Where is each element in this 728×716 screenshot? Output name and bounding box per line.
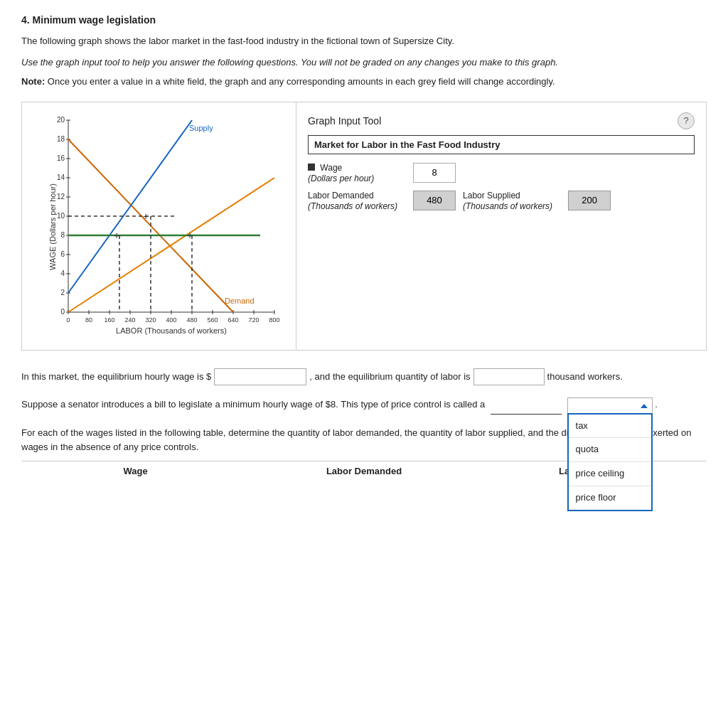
svg-text:16: 16: [57, 154, 65, 162]
y-axis-label: WAGE (Dollars per hour): [48, 183, 57, 270]
labor-demanded-sublabel: (Thousands of workers): [308, 201, 397, 211]
svg-text:12: 12: [57, 193, 65, 201]
equilibrium-text3: thousand workers.: [547, 368, 623, 386]
labor-demanded-section: Labor Demanded (Thousands of workers): [308, 191, 446, 213]
svg-text:14: 14: [57, 173, 65, 181]
labor-demanded-label: Labor Demanded (Thousands of workers): [308, 191, 407, 213]
svg-text:0: 0: [60, 308, 65, 316]
labor-supplied-label: Labor Supplied (Thousands of workers): [463, 191, 562, 213]
svg-text:10: 10: [57, 212, 65, 220]
labor-demanded-text: Labor Demanded: [308, 191, 374, 201]
suppose-section: Suppose a senator introduces a bill to l…: [21, 396, 707, 415]
wage-label-text: Wage: [320, 163, 342, 173]
svg-text:800: 800: [269, 316, 279, 324]
help-icon: ?: [683, 115, 688, 126]
labor-demanded-input[interactable]: [413, 191, 456, 210]
labor-row: Labor Demanded (Thousands of workers) La…: [308, 191, 695, 213]
wage-color-indicator: [308, 164, 315, 171]
supply-label: Supply: [189, 124, 213, 132]
input-tool-title: Graph Input Tool: [308, 115, 381, 127]
suppose-text: Suppose a senator introduces a bill to l…: [21, 399, 485, 410]
plus-marker-1: +: [143, 210, 149, 222]
labor-market-chart: WAGE (Dollars per hour) 0 2 4: [33, 113, 289, 341]
intro-text: The following graph shows the labor mark…: [21, 34, 707, 48]
chart-svg: WAGE (Dollars per hour) 0 2 4: [33, 113, 289, 343]
dropdown-trigger[interactable]: [567, 397, 653, 415]
wage-label: Wage (Dollars per hour): [308, 163, 407, 185]
table-col-demanded: Labor Demanded: [250, 466, 478, 476]
equilibrium-text1: In this market, the equilibrium hourly w…: [21, 368, 211, 386]
svg-text:18: 18: [57, 135, 65, 143]
italic-instruction: Use the graph input tool to help you ans…: [21, 55, 707, 70]
svg-text:20: 20: [57, 116, 65, 124]
note-label: Note:: [21, 76, 45, 87]
wage-sublabel: (Dollars per hour): [308, 173, 374, 183]
dropdown-option-tax[interactable]: tax: [569, 415, 651, 439]
svg-text:6: 6: [60, 250, 65, 258]
period-text: .: [655, 399, 658, 410]
svg-text:4: 4: [60, 269, 65, 277]
blank-line: [491, 414, 562, 415]
question-title: 4. Minimum wage legislation: [21, 14, 707, 26]
market-label: Market for Labor in the Fast Food Indust…: [308, 135, 695, 154]
labor-supplied-sublabel: (Thousands of workers): [463, 201, 552, 211]
question-title-text: Minimum wage legislation: [33, 14, 156, 26]
svg-text:720: 720: [248, 316, 259, 324]
svg-text:8: 8: [60, 231, 65, 239]
equilibrium-text2: , and the equilibrium quantity of labor …: [309, 368, 470, 386]
bottom-section: In this market, the equilibrium hourly w…: [21, 368, 707, 477]
supply-line-steep: [68, 120, 192, 293]
plus-marker-3: +: [187, 230, 193, 241]
svg-text:320: 320: [145, 316, 156, 324]
help-button[interactable]: ?: [678, 112, 695, 129]
labor-supplied-section: Labor Supplied (Thousands of workers): [463, 191, 601, 213]
x-axis-label: LABOR (Thousands of workers): [116, 326, 227, 335]
input-tool-header: Graph Input Tool ?: [308, 112, 695, 129]
chart-area: WAGE (Dollars per hour) 0 2 4: [22, 102, 296, 350]
dropdown-option-price-ceiling[interactable]: price ceiling: [569, 462, 651, 486]
svg-text:560: 560: [207, 316, 218, 324]
page: 4. Minimum wage legislation The followin…: [0, 0, 728, 716]
dropdown-option-price-floor[interactable]: price floor: [569, 486, 651, 510]
question-number: 4.: [21, 14, 30, 26]
note-content: Once you enter a value in a white field,…: [48, 76, 555, 87]
wage-input[interactable]: [413, 163, 456, 183]
table-col-wage: Wage: [21, 466, 250, 476]
labor-supplied-input[interactable]: [568, 191, 611, 210]
equilibrium-quantity-input[interactable]: [473, 368, 545, 385]
svg-text:400: 400: [166, 316, 176, 324]
graph-container: WAGE (Dollars per hour) 0 2 4: [21, 102, 707, 351]
svg-text:240: 240: [124, 316, 135, 324]
plus-marker-2: +: [114, 230, 119, 241]
input-tool: Graph Input Tool ? Market for Labor in t…: [296, 102, 706, 350]
dropdown-area: tax quota price ceiling price floor: [567, 396, 653, 415]
svg-text:80: 80: [85, 316, 92, 324]
demand-label: Demand: [225, 296, 255, 305]
supply-line-orange: [68, 178, 274, 312]
svg-text:0: 0: [66, 316, 70, 324]
dropdown-option-quota[interactable]: quota: [569, 438, 651, 462]
equilibrium-wage-input[interactable]: [214, 368, 306, 385]
labor-supplied-text: Labor Supplied: [463, 191, 520, 201]
x-axis: 0 80 160 240 320 400 480: [66, 310, 279, 324]
svg-text:480: 480: [186, 316, 197, 324]
wage-row: Wage (Dollars per hour): [308, 163, 695, 185]
svg-text:640: 640: [228, 316, 238, 324]
dropdown-menu: tax quota price ceiling price floor: [567, 413, 653, 511]
equilibrium-line: In this market, the equilibrium hourly w…: [21, 368, 707, 386]
svg-text:2: 2: [60, 289, 65, 296]
note-text: Note: Once you enter a value in a white …: [21, 75, 707, 89]
svg-text:160: 160: [104, 316, 114, 324]
dropdown-arrow-icon: [641, 404, 648, 408]
